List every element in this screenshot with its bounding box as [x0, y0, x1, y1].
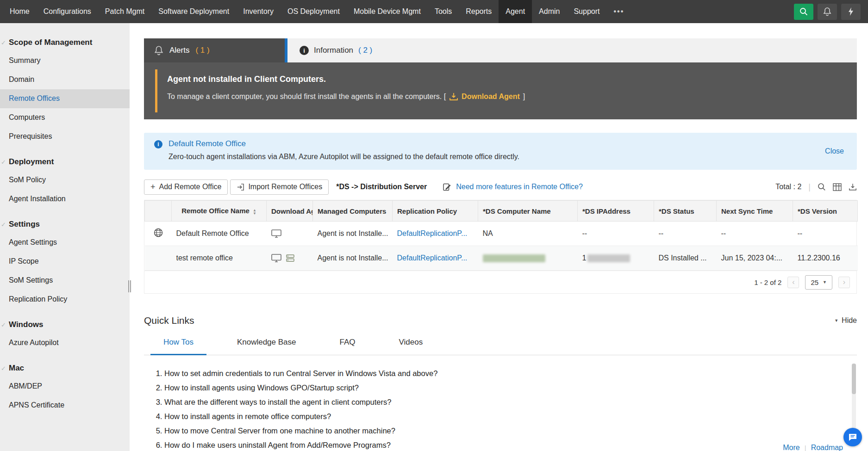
cell-remote-office-name[interactable]: Default Remote Office [172, 222, 267, 246]
how-to-item[interactable]: What are the different ways to install t… [164, 398, 857, 407]
nav-reports[interactable]: Reports [459, 0, 499, 23]
divider: | [808, 182, 811, 192]
cell-ds-status: -- [654, 222, 717, 246]
tab-faq[interactable]: FAQ [326, 338, 368, 355]
table-search-button[interactable] [818, 183, 826, 191]
alert-tab-bar: Alerts ( 1 ) i Information ( 2 ) [144, 38, 857, 62]
nav-inventory[interactable]: Inventory [236, 0, 281, 23]
distribution-server-button[interactable] [286, 254, 295, 262]
ds-legend-text: *DS -> Distribution Server [336, 183, 427, 191]
header-remote-office-name[interactable]: Remote Office Name▲▼ [172, 201, 267, 222]
nav-software-deployment[interactable]: Software Deployment [151, 0, 236, 23]
alert-tab-bar-rest: i Information ( 2 ) [287, 38, 857, 62]
sidebar-item-som-settings[interactable]: SoM Settings [0, 271, 130, 290]
nav-patch-mgmt[interactable]: Patch Mgmt [98, 0, 151, 23]
live-chat-button[interactable] [843, 428, 862, 446]
sidebar-item-replication-policy[interactable]: Replication Policy [0, 290, 130, 309]
alert-message-suffix: ] [523, 93, 525, 101]
nav-admin[interactable]: Admin [532, 0, 567, 23]
alert-message: To manage a client computer, you should … [167, 93, 446, 101]
tab-information[interactable]: i Information ( 2 ) [287, 38, 384, 62]
server-icon [286, 254, 295, 262]
sidebar-item-apns-certificate[interactable]: APNS Certificate [0, 396, 130, 415]
page-size-dropdown[interactable]: 25 ▼ [805, 275, 832, 290]
quick-links-scrollbar[interactable] [852, 364, 856, 439]
download-agent-computer-button[interactable] [271, 254, 281, 262]
roadmap-link[interactable]: Roadmap [811, 444, 843, 451]
hide-label: Hide [842, 316, 857, 325]
divider: | [805, 444, 806, 451]
sidebar-header-windows: ✓ Windows [0, 316, 130, 334]
previous-page-button[interactable]: ‹ [787, 277, 799, 288]
sidebar-item-agent-settings[interactable]: Agent Settings [0, 233, 130, 252]
cell-managed-computers: Agent is not Installe... [313, 222, 393, 246]
nav-configurations[interactable]: Configurations [37, 0, 98, 23]
quick-actions-button[interactable] [841, 4, 861, 20]
header-replication-policy: Replication Policy [393, 201, 478, 222]
banner-close-link[interactable]: Close [825, 147, 844, 155]
sidebar-item-computers[interactable]: Computers [0, 108, 130, 127]
tab-alerts[interactable]: Alerts ( 1 ) [144, 38, 285, 62]
check-icon: ✓ [1, 159, 6, 166]
nav-support[interactable]: Support [567, 0, 606, 23]
sidebar-item-agent-installation[interactable]: Agent Installation [0, 190, 130, 209]
cell-remote-office-name[interactable]: test remote office [172, 246, 267, 271]
how-to-item[interactable]: How to set admin credentials to run Cent… [164, 369, 857, 378]
how-to-item[interactable]: How to install agents in remote office c… [164, 412, 857, 421]
nav-os-deployment[interactable]: OS Deployment [281, 0, 347, 23]
export-button[interactable] [849, 183, 857, 191]
sort-icon[interactable]: ▲▼ [253, 209, 256, 215]
nav-more-menu[interactable]: ••• [606, 0, 631, 23]
sidebar-item-prerequisites[interactable]: Prerequisites [0, 127, 130, 146]
header-managed-computers: Managed Computers [313, 201, 393, 222]
alerts-tab-label: Alerts [169, 46, 189, 55]
header-ds-computer-name: *DS Computer Name [478, 201, 578, 222]
sidebar-item-domain[interactable]: Domain [0, 70, 130, 89]
sidebar-item-abm-dep[interactable]: ABM/DEP [0, 377, 130, 396]
need-more-features-link[interactable]: Need more features in Remote Office? [443, 182, 583, 192]
how-to-item[interactable]: How to install agents using Windows GPO/… [164, 383, 857, 392]
tab-knowledge-base[interactable]: Knowledge Base [224, 338, 309, 355]
page-size-value: 25 [811, 278, 818, 286]
sidebar-item-azure-autopilot[interactable]: Azure Autopilot [0, 334, 130, 352]
sidebar-item-remote-offices[interactable]: Remote Offices [0, 89, 130, 108]
more-link[interactable]: More [783, 444, 799, 451]
how-to-item[interactable]: How do I make users uninstall Agent from… [164, 441, 857, 450]
sidebar-item-summary[interactable]: Summary [0, 51, 130, 70]
table-header-row: Remote Office Name▲▼ Download Agent Mana… [145, 201, 858, 222]
import-remote-offices-button[interactable]: Import Remote Offices [230, 179, 329, 195]
sidebar-section-title: Mac [9, 364, 24, 372]
hide-quick-links-button[interactable]: ▼ Hide [834, 316, 857, 325]
tab-videos[interactable]: Videos [386, 338, 436, 355]
how-to-item[interactable]: How to move Central Server from one mach… [164, 426, 857, 435]
sidebar-item-ip-scope[interactable]: IP Scope [0, 252, 130, 271]
notifications-button[interactable] [818, 4, 837, 20]
scrollbar-thumb[interactable] [852, 364, 856, 394]
alert-body: Agent not installed in Client Computers.… [144, 62, 857, 119]
tab-how-tos[interactable]: How Tos [150, 338, 206, 355]
nav-home[interactable]: Home [3, 0, 37, 23]
alert-accent-bar [155, 69, 157, 112]
replication-policy-link[interactable]: DefaultReplicationP... [397, 229, 468, 237]
sidebar-section-scope: ✓ Scope of Management Summary Domain Rem… [0, 34, 130, 146]
header-download-agent: Download Agent [267, 201, 313, 222]
nav-tools[interactable]: Tools [428, 0, 459, 23]
pagination-range: 1 - 2 of 2 [754, 278, 781, 286]
banner-message: Zero-touch agent installations via ABM, … [169, 153, 519, 161]
plus-icon: + [150, 183, 156, 191]
bell-icon [154, 45, 163, 56]
replication-policy-link[interactable]: DefaultReplicationP... [397, 254, 468, 262]
sidebar-item-som-policy[interactable]: SoM Policy [0, 171, 130, 190]
download-agent-link[interactable]: Download Agent [462, 93, 520, 101]
cell-ds-version: -- [793, 222, 858, 246]
download-agent-computer-button[interactable] [271, 229, 308, 238]
global-search-button[interactable] [794, 4, 813, 20]
next-page-button[interactable]: › [838, 277, 850, 288]
default-remote-office-link[interactable]: Default Remote Office [169, 139, 519, 148]
column-chooser-button[interactable] [833, 183, 842, 191]
nav-mobile-device-mgmt[interactable]: Mobile Device Mgmt [347, 0, 428, 23]
sidebar-section-windows: ✓ Windows Azure Autopilot [0, 316, 130, 352]
nav-agent[interactable]: Agent [499, 0, 532, 23]
add-remote-office-button[interactable]: + Add Remote Office [144, 179, 228, 195]
cell-ds-ipaddress: -- [578, 222, 654, 246]
